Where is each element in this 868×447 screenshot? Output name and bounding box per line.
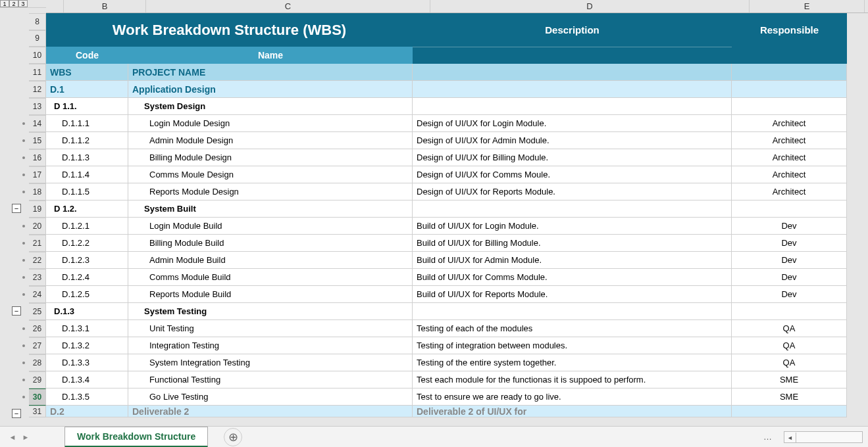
- outline-collapse-button[interactable]: −: [12, 409, 21, 418]
- cell-name[interactable]: Comms Module Build: [128, 269, 413, 286]
- cell-description[interactable]: Deliverable 2 of UI/UX for: [413, 406, 732, 417]
- row-header-28[interactable]: 28: [29, 354, 46, 371]
- cell-responsible[interactable]: [732, 81, 847, 98]
- cell-code[interactable]: D.1.2.3: [46, 252, 128, 269]
- cell-description[interactable]: Testing of the entire system together.: [413, 354, 732, 371]
- row-header-14[interactable]: 14: [29, 115, 46, 132]
- cell-code[interactable]: D 1.1.: [46, 98, 128, 115]
- cell-responsible[interactable]: SME: [732, 388, 847, 406]
- cell-name[interactable]: System Built: [128, 200, 413, 218]
- cell-responsible[interactable]: QA: [732, 354, 847, 371]
- cell-name[interactable]: System Design: [128, 98, 413, 115]
- cell-description[interactable]: Test to ensure we are ready to go live.: [413, 388, 732, 406]
- row-header-25[interactable]: 25: [29, 303, 46, 320]
- cell-responsible[interactable]: Dev: [732, 235, 847, 252]
- cell-responsible[interactable]: Architect: [732, 115, 847, 132]
- cell-name[interactable]: PROJECT NAME: [128, 64, 413, 81]
- cell-code[interactable]: D.1.3.3: [46, 354, 128, 371]
- column-header-b[interactable]: B: [64, 0, 146, 12]
- cell-code[interactable]: D.1.3.4: [46, 371, 128, 388]
- column-header-d[interactable]: D: [430, 0, 750, 12]
- cell-responsible[interactable]: QA: [732, 337, 847, 354]
- row-header-11[interactable]: 11: [29, 64, 46, 81]
- cell-code[interactable]: D.1.2.2: [46, 235, 128, 252]
- cell-code[interactable]: D.1.3.2: [46, 337, 128, 354]
- outline-level-2-button[interactable]: 2: [9, 0, 18, 7]
- row-header-10[interactable]: 10: [29, 47, 46, 64]
- row-header-31[interactable]: 31: [29, 406, 46, 417]
- row-header-16[interactable]: 16: [29, 149, 46, 166]
- row-header-29[interactable]: 29: [29, 371, 46, 388]
- cell-name[interactable]: Application Design: [128, 81, 413, 98]
- cell-code[interactable]: D.1.2.4: [46, 269, 128, 286]
- cell-description[interactable]: [413, 200, 732, 218]
- cell-description[interactable]: Testing of integration between modules.: [413, 337, 732, 354]
- cell-description[interactable]: Build of UI/UX for Admin Module.: [413, 252, 732, 269]
- cell-name[interactable]: Billing Module Design: [128, 149, 413, 166]
- column-header-c[interactable]: C: [146, 0, 430, 12]
- cell-description[interactable]: [413, 303, 732, 320]
- cell-name[interactable]: System Testing: [128, 303, 413, 320]
- row-header-18[interactable]: 18: [29, 183, 46, 200]
- cell-name[interactable]: Admin Module Design: [128, 132, 413, 149]
- cell-description[interactable]: Build of UI/UX for Billing Module.: [413, 235, 732, 252]
- cell-description[interactable]: Design of UI/UX for Comms Moule.: [413, 166, 732, 183]
- column-header-e[interactable]: E: [750, 0, 865, 12]
- cell-responsible[interactable]: SME: [732, 371, 847, 388]
- cell-responsible[interactable]: Dev: [732, 286, 847, 303]
- outline-level-3-button[interactable]: 3: [18, 0, 28, 7]
- cell-name[interactable]: Go Live Testing: [128, 388, 413, 406]
- cell-name[interactable]: Comms Moule Design: [128, 166, 413, 183]
- cell-code[interactable]: D.2: [46, 406, 128, 417]
- cell-description[interactable]: Build of UI/UX for Reports Module.: [413, 286, 732, 303]
- row-header-20[interactable]: 20: [29, 218, 46, 235]
- cell-code[interactable]: D.1.3.5: [46, 388, 128, 406]
- cell-responsible[interactable]: Dev: [732, 218, 847, 235]
- cell-description[interactable]: Design of UI/UX for Admin Module.: [413, 132, 732, 149]
- cell-code[interactable]: D.1.3.1: [46, 320, 128, 337]
- cell-code[interactable]: WBS: [46, 64, 128, 81]
- sheet-nav-prev-button[interactable]: ◄: [7, 431, 18, 443]
- cell-responsible[interactable]: Architect: [732, 166, 847, 183]
- row-header-23[interactable]: 23: [29, 269, 46, 286]
- cell-responsible[interactable]: Architect: [732, 183, 847, 200]
- cell-description[interactable]: Build of UI/UX for Login Module.: [413, 218, 732, 235]
- cell-responsible[interactable]: [732, 64, 847, 81]
- cell-name[interactable]: Functional Testting: [128, 371, 413, 388]
- cell-description[interactable]: Design of UI/UX for Reports Module.: [413, 183, 732, 200]
- row-header-12[interactable]: 12: [29, 81, 46, 98]
- cell-code[interactable]: D.1.1.3: [46, 149, 128, 166]
- cell-name[interactable]: Reports Module Build: [128, 286, 413, 303]
- outline-collapse-button[interactable]: −: [12, 204, 21, 213]
- select-all-corner[interactable]: [46, 0, 64, 12]
- row-header-17[interactable]: 17: [29, 166, 46, 183]
- cell-responsible[interactable]: Architect: [732, 132, 847, 149]
- cell-responsible[interactable]: Dev: [732, 269, 847, 286]
- row-header-27[interactable]: 27: [29, 337, 46, 354]
- cell-description[interactable]: [413, 98, 732, 115]
- cell-name[interactable]: Login Module Design: [128, 115, 413, 132]
- cell-responsible[interactable]: [732, 200, 847, 218]
- outline-collapse-button[interactable]: −: [12, 306, 21, 316]
- cell-description[interactable]: [413, 81, 732, 98]
- cell-description[interactable]: Design of UI/UX for Login Module.: [413, 115, 732, 132]
- cell-code[interactable]: D.1.1.1: [46, 115, 128, 132]
- row-header-19[interactable]: 19: [29, 200, 46, 218]
- cell-responsible[interactable]: [732, 98, 847, 115]
- cell-name[interactable]: Integration Testing: [128, 337, 413, 354]
- row-header-9[interactable]: 9: [29, 30, 46, 47]
- cell-code[interactable]: D.1.3: [46, 303, 128, 320]
- cell-code[interactable]: D 1.2.: [46, 200, 128, 218]
- row-header-21[interactable]: 21: [29, 235, 46, 252]
- hscroll-left-button[interactable]: ◄: [784, 433, 796, 443]
- sheet-nav-next-button[interactable]: ►: [20, 431, 32, 443]
- cell-responsible[interactable]: [732, 303, 847, 320]
- row-header-13[interactable]: 13: [29, 98, 46, 115]
- outline-level-1-button[interactable]: 1: [0, 0, 9, 7]
- row-header-26[interactable]: 26: [29, 320, 46, 337]
- cell-name[interactable]: Billing Module Build: [128, 235, 413, 252]
- cell-description[interactable]: Design of UI/UX for Billing Module.: [413, 149, 732, 166]
- cell-code[interactable]: D.1.1.4: [46, 166, 128, 183]
- cell-name[interactable]: Unit Testing: [128, 320, 413, 337]
- cell-code[interactable]: D.1.2.1: [46, 218, 128, 235]
